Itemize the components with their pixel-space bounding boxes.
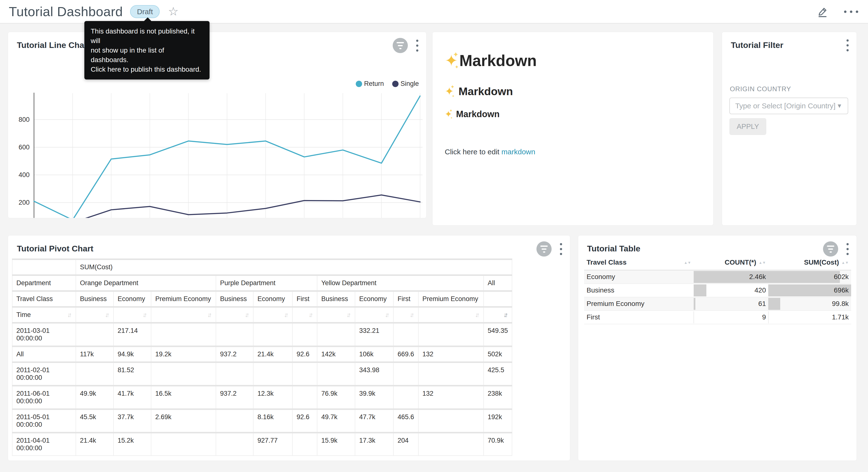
pivot-value-cell: 343.98 bbox=[355, 362, 394, 386]
count-bar bbox=[694, 298, 695, 310]
sort-icon[interactable]: ▲▼ bbox=[841, 261, 849, 264]
sort-icon[interactable]: ↓↑ bbox=[105, 311, 109, 319]
table-card: Tutorial Table Travel Class▲▼ COUNT(*)▲▼… bbox=[578, 235, 857, 461]
applied-filters-icon[interactable] bbox=[536, 241, 552, 257]
pivot-chart-card: Tutorial Pivot Chart SUM(Cost)Department… bbox=[8, 235, 570, 461]
table-row: Economy2.46k602k bbox=[584, 270, 851, 284]
chart-legend: ReturnSingle bbox=[356, 80, 419, 88]
sort-icon[interactable]: ↓↑ bbox=[475, 311, 479, 319]
pivot-class-header: Premium Economy bbox=[418, 291, 484, 307]
pivot-sort-cell[interactable]: ↓↑ bbox=[292, 307, 317, 323]
sort-icon[interactable]: ▲▼ bbox=[759, 261, 766, 264]
pivot-value-cell: 49.9k bbox=[76, 386, 114, 409]
pivot-value-cell: 49.7k bbox=[317, 409, 355, 433]
pivot-value-cell: 106k bbox=[355, 346, 394, 362]
col-header-count[interactable]: COUNT(*)▲▼ bbox=[694, 255, 769, 270]
pivot-value-cell bbox=[292, 433, 317, 455]
pivot-class-header: First bbox=[292, 291, 317, 307]
pivot-corner-cell bbox=[12, 259, 76, 275]
line-chart-plot: 200400600800FebruaryMarchAprilMayJuneJul… bbox=[8, 91, 427, 218]
markdown-h1: ✦✦✦Markdown bbox=[445, 52, 701, 70]
pivot-row-label: 2011-02-0100:00:00 bbox=[12, 362, 76, 386]
pivot-sort-cell[interactable]: ↓↑ bbox=[394, 307, 418, 323]
pivot-sort-cell[interactable]: ↓↑ bbox=[151, 307, 216, 323]
pivot-value-cell bbox=[151, 433, 216, 455]
col-header-travel-class[interactable]: Travel Class▲▼ bbox=[584, 255, 694, 270]
edit-markdown-link[interactable]: markdown bbox=[501, 148, 535, 156]
sum-cell: 1.71k bbox=[768, 311, 851, 324]
pivot-department-group: All bbox=[484, 275, 512, 291]
apply-button[interactable]: APPLY bbox=[730, 118, 766, 135]
sort-icon[interactable]: ↓↑ bbox=[385, 311, 389, 319]
pivot-value-cell: 15.2k bbox=[114, 433, 151, 455]
sort-icon[interactable]: ↓↑ bbox=[410, 311, 414, 319]
applied-filters-icon[interactable] bbox=[823, 241, 838, 257]
pivot-sort-cell[interactable]: ↓↑ bbox=[484, 307, 512, 323]
pivot-sort-cell[interactable]: ↓↑ bbox=[76, 307, 114, 323]
pivot-sort-cell[interactable]: ↓↑ bbox=[114, 307, 151, 323]
edit-pencil-icon[interactable] bbox=[817, 6, 828, 18]
pivot-row: SUM(Cost) bbox=[12, 259, 512, 275]
pivot-value-cell: 12.3k bbox=[253, 386, 292, 409]
pivot-class-header bbox=[484, 291, 512, 307]
sort-icon[interactable]: ↓↑ bbox=[67, 311, 72, 319]
sum-bar bbox=[768, 271, 840, 283]
tooltip-line: not show up in the list of dashboards. bbox=[91, 46, 203, 65]
pivot-row: All117k94.9k19.2k937.221.4k92.6142k106k6… bbox=[12, 346, 512, 362]
page-title: Tutorial Dashboard bbox=[9, 4, 123, 19]
legend-dot bbox=[392, 81, 399, 87]
pivot-class-header: Business bbox=[76, 291, 114, 307]
pivot-sort-cell[interactable]: ↓↑ bbox=[355, 307, 394, 323]
filter-card-title: Tutorial Filter bbox=[731, 40, 783, 50]
sum-bar bbox=[768, 311, 769, 323]
chart-options-icon[interactable] bbox=[415, 38, 420, 53]
sort-icon[interactable]: ↓↑ bbox=[143, 311, 147, 319]
origin-country-select[interactable]: Type or Select [Origin Country] ▼ bbox=[730, 97, 848, 114]
pivot-value-cell bbox=[76, 323, 114, 346]
publish-tooltip: This dashboard is not published, it will… bbox=[84, 21, 210, 80]
col-header-sum-cost[interactable]: SUM(Cost)▲▼ bbox=[768, 255, 851, 270]
chart-options-icon[interactable] bbox=[845, 242, 850, 257]
sort-icon[interactable]: ↓↑ bbox=[207, 311, 212, 319]
filter-card: Tutorial Filter ORIGIN COUNTRY Type or S… bbox=[722, 32, 857, 226]
sort-icon[interactable]: ↓↑ bbox=[284, 311, 288, 319]
legend-item[interactable]: Return bbox=[356, 80, 384, 88]
favorite-star-icon[interactable]: ☆ bbox=[168, 6, 179, 18]
pivot-department-group: Orange Department bbox=[76, 275, 216, 291]
travel-class-cell: Economy bbox=[584, 270, 694, 284]
pivot-sort-cell[interactable]: ↓↑ bbox=[253, 307, 292, 323]
pivot-value-cell: 132 bbox=[418, 386, 484, 409]
chart-options-icon[interactable] bbox=[558, 242, 564, 257]
pivot-value-cell bbox=[394, 362, 418, 386]
pivot-value-cell: 549.35 bbox=[484, 323, 512, 346]
applied-filters-icon[interactable] bbox=[393, 38, 408, 53]
sort-icon[interactable]: ↓↑ bbox=[309, 311, 313, 319]
pivot-row: Time↓↑↓↑↓↑↓↑↓↑↓↑↓↑↓↑↓↑↓↑↓↑↓↑ bbox=[12, 307, 512, 323]
pivot-sort-cell[interactable]: ↓↑ bbox=[317, 307, 355, 323]
legend-dot bbox=[356, 81, 362, 87]
pivot-value-cell: 39.9k bbox=[355, 386, 394, 409]
sort-icon[interactable]: ▲▼ bbox=[684, 261, 691, 264]
pivot-row: 2011-02-0100:00:0081.52343.98425.5 bbox=[12, 362, 512, 386]
pivot-time-label: Time↓↑ bbox=[12, 307, 76, 323]
pivot-sort-cell[interactable]: ↓↑ bbox=[418, 307, 484, 323]
sum-cell: 99.8k bbox=[768, 297, 851, 311]
count-cell: 420 bbox=[694, 284, 769, 297]
pivot-value-cell bbox=[216, 409, 253, 433]
pivot-value-cell: 41.7k bbox=[114, 386, 151, 409]
sort-icon[interactable]: ↓↑ bbox=[346, 311, 351, 319]
pivot-value-cell bbox=[253, 323, 292, 346]
pivot-value-cell bbox=[151, 323, 216, 346]
origin-country-label: ORIGIN COUNTRY bbox=[730, 85, 791, 93]
pivot-sort-cell[interactable]: ↓↑ bbox=[216, 307, 253, 323]
pivot-value-cell bbox=[394, 386, 418, 409]
more-menu-icon[interactable] bbox=[844, 10, 858, 13]
sort-icon[interactable]: ↓↑ bbox=[503, 311, 508, 319]
filter-options-icon[interactable] bbox=[845, 38, 850, 53]
pivot-value-cell: 2.69k bbox=[151, 409, 216, 433]
sort-icon[interactable]: ↓↑ bbox=[245, 311, 249, 319]
pivot-value-cell: 192k bbox=[484, 409, 512, 433]
pivot-value-cell: 217.14 bbox=[114, 323, 151, 346]
draft-badge[interactable]: Draft bbox=[130, 5, 160, 18]
legend-item[interactable]: Single bbox=[392, 80, 419, 88]
